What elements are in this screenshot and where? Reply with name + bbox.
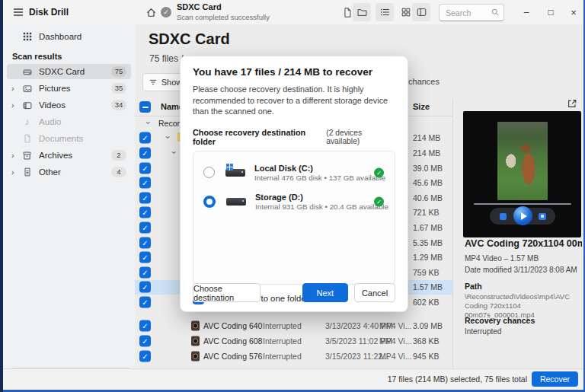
expand-chevron-icon[interactable]: › [144,121,153,124]
recovery-chances-cell: Interrupted [263,352,302,361]
open-preview-external-button[interactable] [567,98,579,110]
minimize-button[interactable]: – [516,4,536,21]
local-disk-icon [225,169,245,177]
row-checkbox[interactable]: ✓ [139,192,151,203]
row-checkbox[interactable]: ✓ [139,177,151,189]
document-icon [21,133,33,145]
size-cell: 3.09 MB [413,321,443,330]
row-checkbox[interactable]: ✓ [139,162,151,174]
device-name: Storage (D:) [255,192,388,202]
search-icon [491,8,500,17]
row-checkbox[interactable]: ✓ [139,296,151,308]
page-title: SDXC Card [149,30,230,48]
preview-chances-value: Interrupted [465,327,501,336]
radio-unselected[interactable] [203,167,215,178]
open-external-icon [567,98,577,109]
preview-path-label: Path [465,282,482,291]
sidebar-item-pictures[interactable]: › Pictures 35 [7,81,131,96]
titlebar: Disk Drill ✓ SDXC Card Scan completed su… [3,0,583,24]
grid-icon [401,7,411,18]
maximize-button[interactable]: □ [541,4,561,21]
chevron-right-icon[interactable]: › [11,167,21,177]
sidebar-item-label: Archives [39,151,111,160]
size-cell: 214 MB [413,133,440,142]
preview-chances-label: Recovery chances [465,316,535,325]
device-ok-icon: ✓ [374,167,384,177]
row-checkbox[interactable]: ✓ [139,237,151,248]
preview-file-title: AVC Coding 720x1104 00m... [465,238,582,249]
preview-file-info: MP4 Video – 1.57 MB [465,254,539,263]
row-checkbox[interactable]: ✓ [139,282,151,293]
row-checkbox[interactable]: ✓ [139,320,151,332]
row-checkbox[interactable]: ✓ [139,351,151,362]
table-row[interactable]: ✓AVC Coding 576x...Interrupted3/15/2023 … [135,349,452,364]
count-badge: 2 [111,150,126,161]
count-badge: 75 [111,66,126,77]
row-checkbox[interactable]: ✓ [139,221,151,233]
play-button[interactable] [513,206,532,225]
sidebar-item-label: Documents [39,134,126,143]
chevron-right-icon[interactable]: › [11,100,21,110]
size-cell: 214 MB [413,148,440,158]
column-header-size[interactable]: Size [413,102,430,111]
destination-label: Choose recovery destination folder [193,128,326,146]
fullscreen-button[interactable] [539,213,546,220]
chevron-right-icon[interactable]: › [11,84,21,93]
sidebar-item-archives[interactable]: › Archives 2 [7,148,131,163]
row-checkbox[interactable]: ✓ [139,266,151,278]
recovery-chances-cell: Interrupted [263,321,302,330]
stop-button[interactable] [500,213,507,220]
chevron-right-icon[interactable]: › [11,151,21,160]
recover-button[interactable]: Recover [532,371,578,387]
archive-icon [21,150,33,161]
pictures-icon [21,83,33,94]
sidebar-item-documents: Documents [7,131,131,146]
row-checkbox[interactable]: ✓ [139,132,151,144]
count-badge: 35 [111,83,126,94]
dialog-description: Please choose recovery destination. It i… [193,84,395,117]
sidebar-item-label: Dashboard [39,32,126,41]
folder-view-button[interactable] [353,3,371,21]
nav-device-name: SDXC Card [177,2,270,13]
home-icon [145,7,157,18]
video-file-icon [191,321,200,331]
device-list: Local Disk (C:) Internal 476 GB disk • 1… [193,151,395,285]
row-checkbox[interactable]: ✓ [139,147,151,158]
expand-chevron-icon[interactable]: › [164,136,173,139]
file-name: AVC Coding 608x... [203,336,263,346]
hamburger-menu-button[interactable] [9,3,27,21]
row-checkbox[interactable]: ✓ [139,336,151,347]
choose-destination-button[interactable]: Choose destination [193,283,261,302]
count-badge: 34 [111,100,126,110]
search-input[interactable] [444,5,491,20]
table-preview-divider [452,99,453,369]
sidebar-item-other[interactable]: › Other 4 [7,164,131,180]
table-row[interactable]: ✓AVC Coding 640x...Interrupted3/13/2023 … [135,318,452,333]
file-type-cell: MP4 Vi... [379,336,411,346]
sidebar-item-label: Other [39,167,111,177]
size-cell: 721 KB [413,208,439,217]
sidebar-item-dashboard[interactable]: Dashboard [7,29,131,44]
radio-selected[interactable] [203,196,216,208]
device-option-local-disk[interactable]: Local Disk (C:) Internal 476 GB disk • 1… [193,158,395,187]
sidebar-item-videos[interactable]: › Videos 34 [7,97,131,113]
select-all-checkbox[interactable] [139,101,151,113]
split-panel-button[interactable] [412,3,430,21]
hamburger-icon [13,8,24,17]
expand-chevron-icon[interactable]: › [170,151,179,155]
row-checkbox[interactable]: ✓ [139,252,151,263]
sidebar-item-sdxc-card[interactable]: SDXC Card 75 [7,64,131,79]
next-button[interactable]: Next [302,283,348,302]
list-view-button[interactable] [376,3,394,21]
preview-date-modified: Date modified 3/11/2023 8:08 AM [465,266,577,274]
table-row[interactable]: ✓AVC Coding 608x...Interrupted3/5/2023 1… [135,333,452,349]
scan-results-section-label: Scan results [12,52,135,61]
close-button[interactable]: × [564,4,583,21]
row-checkbox[interactable]: ✓ [139,207,151,218]
cancel-button[interactable]: Cancel [354,283,395,302]
size-cell: 945 KB [413,352,439,361]
devices-available-label: (2 devices available) [326,129,395,145]
video-progress-bar[interactable] [474,203,571,205]
device-option-storage[interactable]: Storage (D:) Internal 931 GB disk • 20.4… [193,187,395,216]
home-button[interactable] [142,3,160,21]
